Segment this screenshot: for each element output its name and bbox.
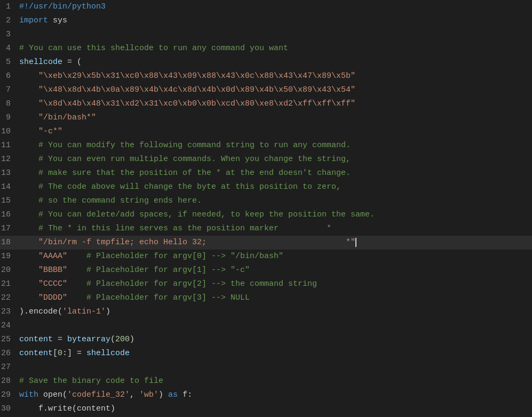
line-content: "\xeb\x29\x5b\x31\xc0\x88\x43\x09\x88\x4… (15, 69, 532, 83)
code-line: 26content[0:] = shellcode (0, 347, 532, 360)
line-number: 16 (0, 208, 15, 222)
line-content: "-c*" (15, 125, 532, 139)
line-content: content = bytearray(200) (15, 333, 532, 347)
line-content: import sys (15, 14, 532, 28)
line-content: "DDDD" # Placeholder for argv[3] --> NUL… (15, 291, 532, 305)
line-content (15, 319, 532, 333)
line-content: # You can even run multiple commands. Wh… (15, 153, 532, 166)
token: 'latin-1' (62, 307, 106, 316)
code-line: 16 # You can delete/add spaces, if neede… (0, 208, 532, 222)
token (19, 279, 38, 288)
code-line: 1#!/usr/bin/python3 (0, 0, 532, 14)
code-line: 18 "/bin/rm -f tmpfile; echo Hello 32; *… (0, 236, 532, 250)
token: # Placeholder for argv[3] --> NULL (86, 293, 250, 302)
token: with (19, 390, 38, 399)
token: open( (38, 390, 67, 399)
token: # Placeholder for argv[2] --> the comman… (86, 279, 317, 288)
token (19, 169, 38, 178)
line-number: 20 (0, 263, 15, 277)
code-line: 24 (0, 319, 532, 333)
token: = (53, 335, 67, 344)
code-line: 21 "CCCC" # Placeholder for argv[2] --> … (0, 277, 532, 291)
line-content: #!/usr/bin/python3 (15, 0, 532, 14)
token (67, 252, 86, 261)
token: # so the command string ends here. (38, 196, 202, 205)
line-content: # You can modify the following command s… (15, 139, 532, 153)
line-number: 15 (0, 194, 15, 208)
line-content: with open('codefile_32', 'wb') as f: (15, 388, 532, 402)
code-line: 10 "-c*" (0, 125, 532, 139)
token (19, 293, 38, 302)
code-line: 27 (0, 360, 532, 374)
token (19, 182, 38, 191)
line-content: # The * in this line serves as the posit… (15, 222, 532, 236)
cursor (355, 238, 356, 247)
line-content (15, 28, 532, 42)
line-content: ).encode('latin-1') (15, 305, 532, 319)
line-content: # You can use this shellcode to run any … (15, 42, 532, 55)
token: ( (110, 335, 115, 344)
line-content: # Save the binary code to file (15, 374, 532, 388)
token: "/bin/rm -f tmpfile; echo Hello 32; (38, 238, 207, 247)
line-number: 29 (0, 388, 15, 402)
token: ).encode( (19, 307, 62, 316)
line-number: 6 (0, 69, 15, 83)
code-line: 14 # The code above will change the byte… (0, 180, 532, 194)
token (19, 238, 38, 247)
line-number: 22 (0, 291, 15, 305)
token: ) (130, 335, 134, 344)
line-content: shellcode = ( (15, 55, 532, 69)
token: # You can even run multiple commands. Wh… (38, 155, 351, 164)
line-content: "BBBB" # Placeholder for argv[1] --> "-c… (15, 263, 532, 277)
line-number: 11 (0, 139, 15, 153)
line-number: 7 (0, 83, 15, 97)
token: f: (178, 390, 192, 399)
code-line: 17 # The * in this line serves as the po… (0, 222, 532, 236)
token: "/bin/bash*" (19, 113, 96, 122)
token: ) (106, 307, 110, 316)
token: # Save the binary code to file (19, 376, 163, 386)
code-line: 2import sys (0, 14, 532, 28)
token: "\x8d\x4b\x48\x31\xd2\x31\xc0\xb0\x0b\xc… (19, 99, 355, 108)
token: 'wb' (139, 390, 158, 399)
code-line: 15 # so the command string ends here. (0, 194, 532, 208)
token: # make sure that the position of the * a… (38, 169, 351, 178)
code-line: 25content = bytearray(200) (0, 333, 532, 347)
line-number: 9 (0, 111, 15, 125)
token: "BBBB" (38, 266, 67, 275)
token (19, 266, 38, 275)
token: as (168, 390, 178, 399)
token: content (19, 349, 53, 358)
line-content: "/bin/rm -f tmpfile; echo Hello 32; *" (15, 236, 532, 250)
token: [ (53, 349, 58, 358)
line-number: 2 (0, 14, 15, 28)
line-content: "AAAA" # Placeholder for argv[0] --> "/b… (15, 250, 532, 263)
token: 0 (58, 349, 62, 358)
token: = ( (62, 58, 82, 67)
token (19, 224, 38, 233)
token: # Placeholder for argv[1] --> "-c" (86, 266, 250, 275)
line-number: 12 (0, 153, 15, 166)
code-line: 12 # You can even run multiple commands.… (0, 153, 532, 166)
line-content (15, 360, 532, 374)
token: :] = (62, 349, 86, 358)
token (19, 196, 38, 205)
line-number: 8 (0, 97, 15, 111)
token: # The * in this line serves as the posit… (38, 224, 331, 233)
code-line: 23).encode('latin-1') (0, 305, 532, 319)
line-number: 14 (0, 180, 15, 194)
line-content: content[0:] = shellcode (15, 347, 532, 360)
line-number: 28 (0, 374, 15, 388)
line-number: 18 (0, 236, 15, 250)
token: f.write(content) (19, 404, 115, 413)
line-number: 23 (0, 305, 15, 319)
token: "\x48\x8d\x4b\x0a\x89\x4b\x4c\x8d\x4b\x0… (19, 85, 355, 94)
token: shellcode (19, 58, 62, 67)
line-number: 25 (0, 333, 15, 347)
token: # The code above will change the byte at… (38, 182, 341, 191)
line-number: 27 (0, 360, 15, 374)
code-line: 3 (0, 28, 532, 42)
line-number: 30 (0, 402, 15, 416)
line-content: # You can delete/add spaces, if needed, … (15, 208, 532, 222)
line-number: 10 (0, 125, 15, 139)
